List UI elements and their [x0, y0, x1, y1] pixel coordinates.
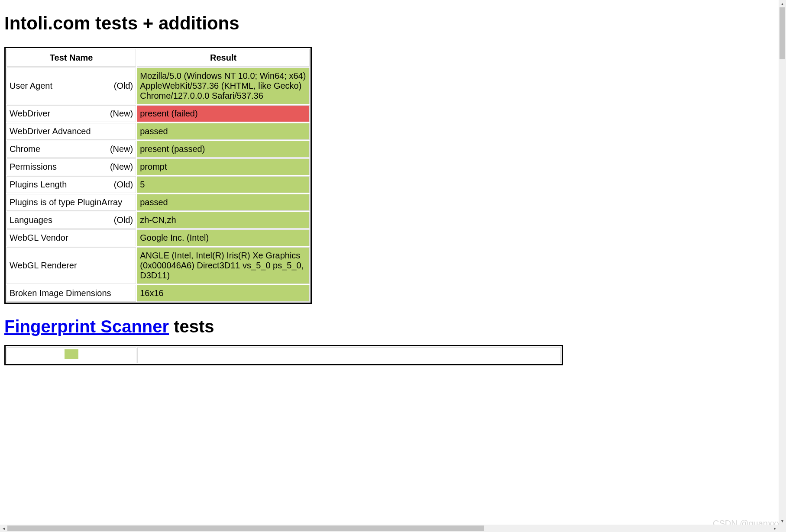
- test-result-cell: passed: [137, 123, 310, 140]
- table-row: [6, 347, 561, 363]
- test-name-cell: Languages(Old): [6, 212, 136, 229]
- horizontal-scrollbar[interactable]: ◂ ▸: [0, 525, 779, 532]
- vertical-scroll-thumb[interactable]: [780, 7, 785, 59]
- table-row: WebGL VendorGoogle Inc. (Intel): [6, 229, 310, 246]
- table-row: User Agent(Old)Mozilla/5.0 (Windows NT 1…: [6, 68, 310, 104]
- vertical-scrollbar[interactable]: ▴ ▾: [779, 0, 786, 532]
- test-name-label: Plugins Length: [10, 180, 67, 190]
- test-result-cell: 5: [137, 176, 310, 193]
- test-result-cell: Mozilla/5.0 (Windows NT 10.0; Win64; x64…: [137, 68, 310, 104]
- intoli-tests-table: Test Name Result User Agent(Old)Mozilla/…: [4, 47, 312, 304]
- test-name-label: WebDriver: [10, 109, 50, 119]
- table-row: Permissions(New)prompt: [6, 158, 310, 175]
- test-name-label: Languages: [10, 215, 52, 225]
- test-name-label: Chrome: [10, 144, 40, 154]
- table-row: Broken Image Dimensions16x16: [6, 285, 310, 302]
- test-tag-label: (New): [110, 109, 133, 119]
- scroll-corner: [779, 525, 786, 532]
- test-name-cell: WebGL Vendor: [6, 229, 136, 246]
- table-header-result: Result: [137, 49, 310, 67]
- test-result-cell: 16x16: [137, 285, 310, 302]
- test-name-cell: User Agent(Old): [6, 68, 136, 104]
- empty-cell: [137, 347, 561, 363]
- test-name-label: User Agent: [10, 81, 52, 91]
- table-row: Plugins is of type PluginArraypassed: [6, 194, 310, 211]
- scroll-right-arrow-icon[interactable]: ▸: [771, 525, 779, 532]
- table-row: Chrome(New)present (passed): [6, 141, 310, 158]
- test-result-cell: ANGLE (Intel, Intel(R) Iris(R) Xe Graphi…: [137, 247, 310, 284]
- table-row: WebGL RendererANGLE (Intel, Intel(R) Iri…: [6, 247, 310, 284]
- pass-color-swatch: [65, 349, 78, 359]
- test-tag-label: (New): [110, 144, 133, 154]
- table-row: Languages(Old)zh-CN,zh: [6, 212, 310, 229]
- scroll-left-arrow-icon[interactable]: ◂: [0, 525, 7, 532]
- test-result-cell: present (passed): [137, 141, 310, 158]
- test-name-cell: Chrome(New): [6, 141, 136, 158]
- test-result-cell: Google Inc. (Intel): [137, 229, 310, 246]
- table-row: WebDriver Advancedpassed: [6, 123, 310, 140]
- test-tag-label: (Old): [114, 215, 133, 225]
- heading-rest: tests: [169, 317, 214, 336]
- horizontal-scroll-thumb[interactable]: [7, 526, 484, 531]
- test-name-cell: Plugins is of type PluginArray: [6, 194, 136, 211]
- test-name-cell: WebDriver(New): [6, 105, 136, 122]
- test-result-cell: present (failed): [137, 105, 310, 122]
- test-name-cell: Permissions(New): [6, 158, 136, 175]
- page-title: Intoli.com tests + additions: [4, 13, 782, 34]
- fingerprint-table: [4, 345, 563, 365]
- test-result-cell: passed: [137, 194, 310, 211]
- test-name-cell: Broken Image Dimensions: [6, 285, 136, 302]
- test-name-label: Permissions: [10, 162, 57, 172]
- test-name-cell: WebGL Renderer: [6, 247, 136, 284]
- table-row: Plugins Length(Old)5: [6, 176, 310, 193]
- swatch-cell: [6, 347, 136, 363]
- test-tag-label: (Old): [114, 180, 133, 190]
- fingerprint-scanner-heading: Fingerprint Scanner tests: [4, 317, 782, 336]
- table-row: WebDriver(New)present (failed): [6, 105, 310, 122]
- test-name-cell: WebDriver Advanced: [6, 123, 136, 140]
- test-result-cell: zh-CN,zh: [137, 212, 310, 229]
- test-tag-label: (New): [110, 162, 133, 172]
- table-header-name: Test Name: [6, 49, 136, 67]
- scroll-up-arrow-icon[interactable]: ▴: [779, 0, 786, 7]
- test-tag-label: (Old): [114, 81, 133, 91]
- test-result-cell: prompt: [137, 158, 310, 175]
- scroll-down-arrow-icon[interactable]: ▾: [779, 517, 786, 525]
- test-name-cell: Plugins Length(Old): [6, 176, 136, 193]
- fingerprint-scanner-link[interactable]: Fingerprint Scanner: [4, 317, 169, 336]
